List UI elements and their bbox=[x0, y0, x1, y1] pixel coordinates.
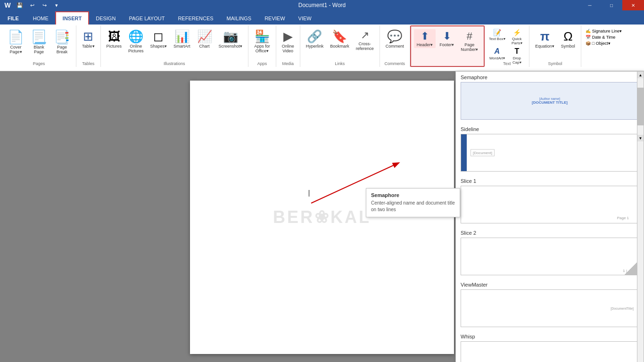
ribbon-group-header-footer: ⬆ Header▾ ⬇ Footer▾ # PageNumber▾ bbox=[410, 25, 485, 67]
object-button[interactable]: 📦 □ Object▾ bbox=[584, 41, 623, 46]
equation-button[interactable]: π Equation▾ bbox=[532, 28, 557, 49]
semaphore-label: Semaphore bbox=[461, 74, 639, 80]
slice1-page-num: Page 1 bbox=[617, 216, 629, 220]
scroll-thumb[interactable] bbox=[637, 88, 644, 125]
viewmaster-text: [DocumentTitle] bbox=[611, 307, 634, 310]
undo-button[interactable]: ↩ bbox=[26, 0, 38, 10]
text-box-button[interactable]: 📝 Text Box▾ bbox=[487, 28, 506, 46]
chart-icon: 📈 bbox=[197, 29, 212, 44]
tab-view[interactable]: VIEW bbox=[292, 12, 318, 25]
table-icon: ⊞ bbox=[83, 29, 93, 44]
apps-for-office-button[interactable]: 🏪 Apps forOffice▾ bbox=[251, 28, 273, 54]
dropdown-item-semaphore[interactable]: Semaphore [Author name] [DOCUMENT TITLE] bbox=[456, 72, 644, 123]
ribbon-group-symbols: π Equation▾ Ω Symbol Symbol bbox=[529, 25, 581, 67]
save-qat-button[interactable]: 💾 bbox=[14, 0, 25, 10]
dropdown-item-slice2[interactable]: Slice 2 1 | bbox=[456, 227, 644, 279]
tab-insert[interactable]: INSERT bbox=[55, 11, 89, 25]
comments-buttons: 💬 Comment bbox=[383, 26, 407, 66]
sideline-label: Sideline bbox=[461, 126, 639, 132]
pictures-button[interactable]: 🖼 Pictures bbox=[104, 28, 125, 49]
online-video-icon: ▶ bbox=[283, 29, 293, 44]
minimize-button[interactable]: ─ bbox=[579, 0, 601, 10]
semaphore-tooltip: Semaphore Center-aligned name and docume… bbox=[366, 188, 460, 217]
ribbon-group-links: 🔗 Hyperlink 🔖 Bookmark ↗ Cross-reference… bbox=[300, 25, 380, 67]
shapes-icon: ◻ bbox=[153, 29, 164, 44]
tab-home[interactable]: HOME bbox=[26, 12, 55, 25]
header-icon: ⬆ bbox=[421, 30, 429, 42]
tab-page-layout[interactable]: PAGE LAYOUT bbox=[122, 12, 171, 25]
dropdown-item-whisp[interactable]: Whisp [Author name][Date][Document title… bbox=[456, 331, 644, 362]
quick-parts-icon: ⚡ bbox=[513, 29, 521, 36]
header-button[interactable]: ⬆ Header▾ bbox=[414, 29, 436, 48]
word-icon: W bbox=[2, 0, 13, 10]
smartart-button[interactable]: 📊 SmartArt bbox=[171, 28, 193, 49]
text-label: Text bbox=[485, 61, 529, 66]
online-video-button[interactable]: ▶ OnlineVideo bbox=[279, 28, 297, 54]
screenshot-icon: 📷 bbox=[223, 29, 238, 44]
whisp-label: Whisp bbox=[461, 334, 639, 339]
footer-button[interactable]: ⬇ Footer▾ bbox=[437, 29, 457, 48]
slice1-label: Slice 1 bbox=[461, 178, 639, 184]
dropdown-item-viewmaster[interactable]: ViewMaster [DocumentTitle] bbox=[456, 279, 644, 331]
signature-items: ✍ Signature Line▾ 📅 Date & Time 📦 □ Obje… bbox=[584, 26, 623, 46]
watermark: BER❀KAL bbox=[273, 207, 371, 227]
object-icon: 📦 bbox=[586, 41, 591, 46]
signature-line-button[interactable]: ✍ Signature Line▾ bbox=[584, 28, 623, 34]
scroll-up-arrow[interactable]: ▲ bbox=[637, 72, 644, 78]
slice2-num: 1 | bbox=[623, 269, 627, 273]
comment-button[interactable]: 💬 Comment bbox=[383, 28, 407, 49]
equation-icon: π bbox=[540, 29, 550, 44]
text-box-icon: 📝 bbox=[493, 29, 501, 36]
screenshot-button[interactable]: 📷 Screenshot▾ bbox=[216, 28, 246, 49]
symbol-button[interactable]: Ω Symbol bbox=[558, 28, 578, 49]
hyperlink-button[interactable]: 🔗 Hyperlink bbox=[303, 28, 327, 49]
restore-button[interactable]: □ bbox=[601, 0, 622, 10]
bookmark-button[interactable]: 🔖 Bookmark bbox=[327, 28, 352, 49]
redo-button[interactable]: ↪ bbox=[39, 0, 50, 10]
cover-page-button[interactable]: 📄 CoverPage▾ bbox=[5, 28, 27, 55]
comment-icon: 💬 bbox=[387, 29, 402, 44]
pages-label: Pages bbox=[2, 61, 76, 66]
illustrations-buttons: 🖼 Pictures 🌐 OnlinePictures ◻ Shapes▾ 📊 … bbox=[104, 26, 246, 66]
cross-reference-button[interactable]: ↗ Cross-reference bbox=[353, 28, 377, 52]
shapes-button[interactable]: ◻ Shapes▾ bbox=[148, 28, 170, 49]
blank-page-icon: 📃 bbox=[31, 29, 47, 45]
ribbon-content: 📄 CoverPage▾ 📃 BlankPage 📑 PageBreak Pag… bbox=[0, 25, 644, 71]
quick-access-toolbar: W 💾 ↩ ↪ ▾ bbox=[0, 0, 62, 10]
date-time-button[interactable]: 📅 Date & Time bbox=[584, 34, 623, 40]
footer-icon: ⬇ bbox=[443, 30, 451, 42]
tab-references[interactable]: REFERENCES bbox=[171, 12, 220, 25]
header-footer-buttons: ⬆ Header▾ ⬇ Footer▾ # PageNumber▾ bbox=[414, 27, 481, 65]
tab-file[interactable]: FILE bbox=[0, 12, 26, 25]
bookmark-icon: 🔖 bbox=[332, 29, 347, 44]
ribbon-group-media: ▶ OnlineVideo Media bbox=[276, 25, 300, 67]
tab-mailings[interactable]: MAILINGS bbox=[220, 12, 258, 25]
slice1-preview: Page 1 bbox=[461, 186, 639, 223]
chart-button[interactable]: 📈 Chart bbox=[194, 28, 215, 49]
scroll-down-arrow[interactable]: ▼ bbox=[637, 135, 644, 141]
online-pictures-button[interactable]: 🌐 OnlinePictures bbox=[125, 28, 147, 54]
media-buttons: ▶ OnlineVideo bbox=[279, 26, 297, 66]
blank-page-button[interactable]: 📃 BlankPage bbox=[28, 28, 50, 55]
apps-buttons: 🏪 Apps forOffice▾ bbox=[251, 26, 273, 66]
illustrations-label: Illustrations bbox=[101, 61, 248, 66]
slice2-preview: 1 | bbox=[461, 238, 639, 275]
dropdown-scrollbar[interactable]: ▲ ▼ bbox=[637, 72, 644, 362]
media-label: Media bbox=[276, 61, 300, 66]
tooltip-title: Semaphore bbox=[371, 192, 455, 198]
dropdown-item-sideline[interactable]: Sideline [Document] bbox=[456, 123, 644, 175]
close-button[interactable]: ✕ bbox=[622, 0, 644, 10]
page-break-button[interactable]: 📑 PageBreak bbox=[51, 28, 73, 55]
table-button[interactable]: ⊞ Table▾ bbox=[79, 28, 98, 49]
tab-design[interactable]: DESIGN bbox=[89, 12, 122, 25]
quick-parts-button[interactable]: ⚡ Quick Parts▾ bbox=[507, 28, 526, 46]
dropdown-item-slice1[interactable]: Slice 1 Page 1 bbox=[456, 175, 644, 227]
ribbon: FILE HOME INSERT DESIGN PAGE LAYOUT REFE… bbox=[0, 10, 644, 71]
tab-review[interactable]: REVIEW bbox=[258, 12, 291, 25]
signature-line-icon: ✍ bbox=[586, 29, 591, 33]
sideline-text: [Document] bbox=[471, 149, 495, 156]
page-number-button[interactable]: # PageNumber▾ bbox=[458, 29, 481, 53]
customize-qat-button[interactable]: ▾ bbox=[51, 0, 62, 10]
document-page: BER❀KAL bbox=[190, 81, 454, 354]
tables-label: Tables bbox=[76, 61, 100, 66]
